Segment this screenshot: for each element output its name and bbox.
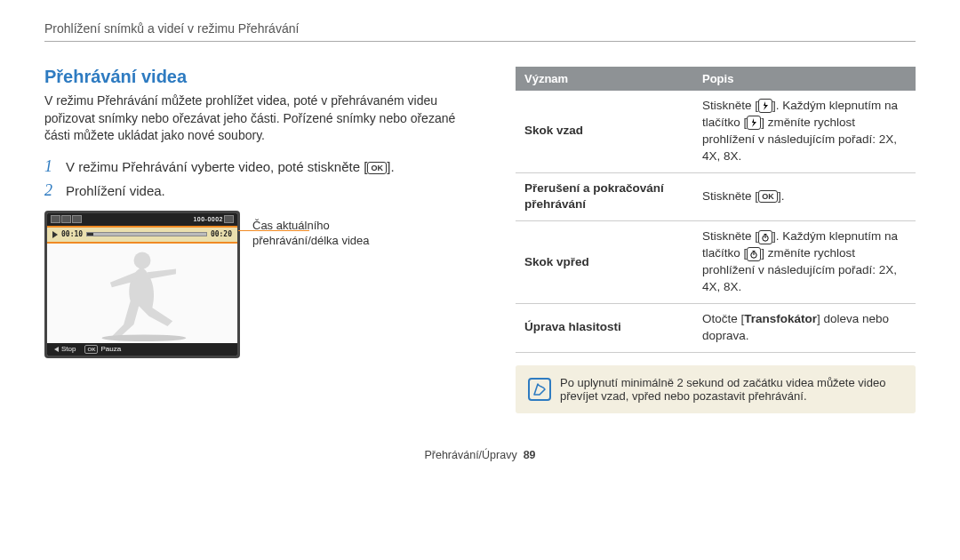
row-term: Přerušení a pokračování přehrávání	[516, 172, 693, 221]
pause-indicator: OK Pauza	[84, 345, 121, 354]
stop-label: Stop	[61, 345, 76, 353]
shot-bottombar: Stop OK Pauza	[47, 343, 237, 356]
right-column: Význam Popis Skok vzad Stiskněte []. Kaž…	[516, 67, 916, 413]
time-current: 00:10	[61, 230, 83, 238]
progress-fill	[87, 233, 93, 236]
callout-line	[238, 230, 309, 232]
timer-key-icon	[758, 230, 772, 244]
bold-term: Transfokátor	[744, 312, 817, 325]
footer-page-number: 89	[524, 449, 536, 461]
step-text: V režimu Přehrávání vyberte video, poté …	[66, 159, 395, 174]
txt: ].	[778, 189, 785, 203]
ok-key-small-icon: OK	[84, 345, 98, 354]
table-row: Skok vzad Stiskněte []. Každým klepnutím…	[516, 91, 916, 172]
row-term: Skok vzad	[516, 91, 693, 172]
flash-key-icon	[747, 116, 761, 130]
footer-section: Přehrávání/Úpravy	[424, 449, 516, 461]
left-column: Přehrávání videa V režimu Přehrávání můž…	[44, 67, 480, 413]
time-total: 00:20	[211, 230, 232, 238]
screenshot-with-caption: 100-0002 00:10 00:20	[44, 211, 480, 358]
table-row: Skok vpřed Stiskněte []. Každým klepnutí…	[516, 221, 916, 304]
header-divider	[44, 41, 916, 42]
row-desc: Otočte [Transfokátor] doleva nebo doprav…	[693, 303, 916, 352]
txt: Otočte [	[702, 312, 744, 325]
txt: Stiskněte [	[702, 189, 758, 203]
intro-paragraph: V režimu Přehrávání můžete prohlížet vid…	[44, 92, 480, 145]
txt: Stiskněte [	[702, 99, 758, 112]
shot-topbar: 100-0002	[47, 213, 237, 226]
step-1: 1 V režimu Přehrávání vyberte video, pot…	[44, 157, 480, 176]
pause-label: Pauza	[100, 345, 121, 353]
row-desc: Stiskněte []. Každým klepnutím na tlačít…	[693, 221, 916, 304]
svg-point-1	[101, 334, 186, 341]
step-number: 2	[44, 181, 66, 200]
row-desc: Stiskněte []. Každým klepnutím na tlačít…	[693, 91, 916, 172]
ok-key-icon: OK	[758, 190, 778, 203]
row-desc: Stiskněte [OK].	[693, 172, 916, 221]
step-text-suf: ].	[387, 159, 394, 174]
battery-icon	[224, 215, 234, 223]
th-desc: Popis	[693, 67, 916, 91]
screenshot-caption: Čas aktuálního přehrávání/délka videa	[252, 211, 370, 358]
svg-point-0	[134, 252, 151, 268]
mode-icon-2	[72, 215, 82, 223]
progress-bar-region: 00:10 00:20	[47, 226, 237, 244]
step-text-pre: V režimu Přehrávání vyberte video, poté …	[66, 159, 367, 174]
row-term: Skok vpřed	[516, 221, 693, 304]
th-meaning: Význam	[516, 67, 693, 91]
note-text: Po uplynutí minimálně 2 sekund od začátk…	[560, 376, 903, 403]
film-icon	[51, 215, 60, 223]
info-note: Po uplynutí minimálně 2 sekund od začátk…	[516, 365, 916, 413]
device-screenshot: 100-0002 00:10 00:20	[44, 211, 240, 358]
table-row: Úprava hlasitosti Otočte [Transfokátor] …	[516, 303, 916, 352]
steps-list: 1 V režimu Přehrávání vyberte video, pot…	[44, 157, 480, 200]
section-title: Přehrávání videa	[44, 67, 480, 87]
row-term: Úprava hlasitosti	[516, 303, 693, 352]
controls-table: Význam Popis Skok vzad Stiskněte []. Kaž…	[516, 67, 916, 353]
caption-line-2: přehrávání/délka videa	[252, 234, 370, 247]
play-icon	[52, 231, 58, 238]
ok-key-icon: OK	[367, 162, 387, 174]
file-counter: 100-0002	[193, 216, 223, 222]
timer-key-icon	[747, 247, 761, 261]
breadcrumb: Prohlížení snímků a videí v režimu Přehr…	[44, 21, 916, 36]
mode-icon	[61, 215, 71, 223]
info-icon	[528, 378, 551, 401]
page-footer: Přehrávání/Úpravy 89	[44, 449, 916, 461]
back-icon	[54, 347, 59, 352]
flash-key-icon	[758, 99, 772, 113]
txt: Stiskněte [	[702, 229, 758, 243]
step-number: 1	[44, 157, 66, 176]
stop-indicator: Stop	[54, 345, 76, 353]
table-row: Přerušení a pokračování přehrávání Stisk…	[516, 172, 916, 221]
step-2: 2 Prohlížení videa.	[44, 181, 480, 200]
progress-track	[86, 232, 207, 236]
step-text: Prohlížení videa.	[66, 183, 165, 198]
video-frame	[47, 244, 237, 343]
dancer-silhouette	[47, 244, 237, 343]
